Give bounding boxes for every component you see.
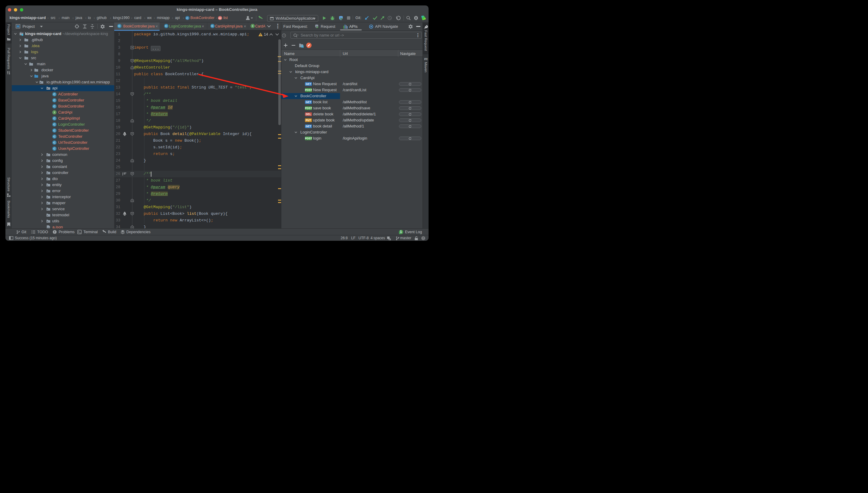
svg-text:?: ?	[283, 34, 285, 37]
